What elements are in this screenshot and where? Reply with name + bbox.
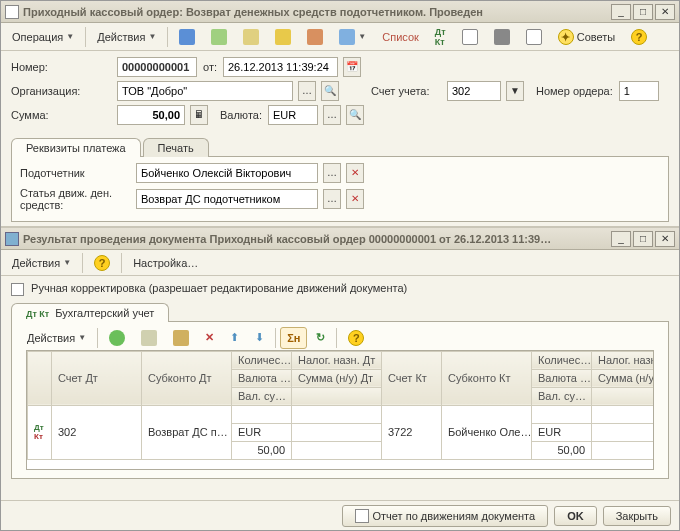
cell-sub-dt: Возврат ДС п… <box>142 405 232 459</box>
chevron-down-icon: ▼ <box>63 258 71 267</box>
main-title: Приходный кассовый ордер: Возврат денежн… <box>23 6 609 18</box>
accperson-select-button[interactable]: … <box>323 163 341 183</box>
tb-icon-7[interactable] <box>455 26 485 48</box>
col-acc-dt: Счет Дт <box>52 351 142 405</box>
date-input[interactable] <box>223 57 338 77</box>
main-toolbar: Операция ▼ Действия ▼ ▼ Список ДтКт ✦ Со… <box>1 23 679 51</box>
grid-refresh-button[interactable]: ↻ <box>309 327 332 349</box>
currency-search-button[interactable]: 🔍 <box>346 105 364 125</box>
sub-help-button[interactable]: ? <box>87 252 117 274</box>
cashflow-select-button[interactable]: … <box>323 189 341 209</box>
tb-icon-6[interactable]: ▼ <box>332 26 373 48</box>
accperson-label: Подотчетник <box>20 167 130 179</box>
col-cur-kt: Валюта … <box>532 369 592 387</box>
ok-button[interactable]: OK <box>554 506 597 526</box>
settings-button[interactable]: Настройка… <box>126 252 205 274</box>
grid-down-button[interactable]: ⬇ <box>248 327 271 349</box>
grid-delete-button[interactable]: ✕ <box>198 327 221 349</box>
grid-up-button[interactable]: ⬆ <box>223 327 246 349</box>
from-label: от: <box>203 61 217 73</box>
separator <box>167 27 168 47</box>
account-input[interactable] <box>447 81 501 101</box>
tb-icon-5[interactable] <box>300 26 330 48</box>
tips-button[interactable]: ✦ Советы <box>551 26 622 48</box>
postings-grid[interactable]: Счет Дт Субконто Дт Количес… Налог. назн… <box>26 350 654 470</box>
tab-print[interactable]: Печать <box>143 138 209 157</box>
currency-select-button[interactable]: … <box>323 105 341 125</box>
tb-icon-3[interactable] <box>236 26 266 48</box>
tb-icon-4[interactable] <box>268 26 298 48</box>
help-button[interactable]: ? <box>624 26 654 48</box>
refresh-icon <box>211 29 227 45</box>
arrow-down-icon: ⬇ <box>255 331 264 344</box>
tb-icon-2[interactable] <box>204 26 234 48</box>
sub-close-button[interactable]: ✕ <box>655 231 675 247</box>
number-input[interactable] <box>117 57 197 77</box>
actions-menu[interactable]: Действия ▼ <box>90 26 163 48</box>
date-picker-button[interactable]: 📅 <box>343 57 361 77</box>
basedon-icon <box>339 29 355 45</box>
save-icon <box>179 29 195 45</box>
copy-icon <box>243 29 259 45</box>
dtkt-icon: ДтКт <box>435 27 446 47</box>
dtkt-icon: Дт Кт <box>26 309 49 319</box>
sum-input[interactable] <box>117 105 185 125</box>
tab-body: Подотчетник … ✕ Статья движ. ден. средст… <box>11 156 669 222</box>
tab-accounting[interactable]: Дт Кт Бухгалтерский учет <box>11 303 169 322</box>
tb-icon-9[interactable] <box>519 26 549 48</box>
close-footer-button[interactable]: Закрыть <box>603 506 671 526</box>
report-movements-button[interactable]: Отчет по движениям документа <box>342 505 549 527</box>
calculator-button[interactable]: 🖩 <box>190 105 208 125</box>
grid-copy-button[interactable] <box>134 327 164 349</box>
grid-sum-button[interactable]: Σн <box>280 327 307 349</box>
accperson-input[interactable] <box>136 163 318 183</box>
sub-title: Результат проведения документа Приходный… <box>23 233 609 245</box>
minimize-button[interactable]: _ <box>611 4 631 20</box>
list-button[interactable]: Список <box>375 26 426 48</box>
org-input[interactable] <box>117 81 293 101</box>
tab-payment-details[interactable]: Реквизиты платежа <box>11 138 141 157</box>
maximize-button[interactable]: □ <box>633 4 653 20</box>
close-button[interactable]: ✕ <box>655 4 675 20</box>
sub-actions-menu[interactable]: Действия ▼ <box>5 252 78 274</box>
cashflow-input[interactable] <box>136 189 318 209</box>
edit-icon <box>173 330 189 346</box>
org-select-button[interactable]: … <box>298 81 316 101</box>
grid-help-button[interactable]: ? <box>341 327 371 349</box>
account-label: Счет учета: <box>371 85 441 97</box>
number-label: Номер: <box>11 61 111 73</box>
doc-icon <box>5 5 19 19</box>
dtkt-button[interactable]: ДтКт <box>428 26 453 48</box>
post-icon <box>275 29 291 45</box>
accperson-clear-button[interactable]: ✕ <box>346 163 364 183</box>
col-cur-dt: Валюта … <box>232 369 292 387</box>
row-marker: ДтКт <box>28 405 52 459</box>
grid-add-button[interactable] <box>102 327 132 349</box>
currency-label: Валюта: <box>220 109 262 121</box>
col-qty-dt: Количес… <box>232 351 292 369</box>
tb-icon-8[interactable] <box>487 26 517 48</box>
sub-maximize-button[interactable]: □ <box>633 231 653 247</box>
operation-menu[interactable]: Операция ▼ <box>5 26 81 48</box>
orderno-input[interactable] <box>619 81 659 101</box>
actions-label: Действия <box>97 31 145 43</box>
table-row[interactable]: ДтКт 302 Возврат ДС п… 3722 Бойченко Оле… <box>28 405 655 423</box>
cashflow-clear-button[interactable]: ✕ <box>346 189 364 209</box>
tb-icon-1[interactable] <box>172 26 202 48</box>
grid-edit-button[interactable] <box>166 327 196 349</box>
col-tax-kt: Налог. назн <box>592 351 655 369</box>
cell-cur-dt: EUR <box>232 423 292 441</box>
cell-cur-kt: EUR <box>532 423 592 441</box>
sigma-icon: Σн <box>287 332 300 344</box>
grid-actions-menu[interactable]: Действия ▼ <box>20 327 93 349</box>
manual-edit-checkbox[interactable] <box>11 283 24 296</box>
manual-edit-label: Ручная корректировка (разрешает редактир… <box>31 282 407 294</box>
sub-minimize-button[interactable]: _ <box>611 231 631 247</box>
account-dropdown-button[interactable]: ▼ <box>506 81 524 101</box>
currency-input[interactable] <box>268 105 318 125</box>
cell-acc-kt: 3722 <box>382 405 442 459</box>
chevron-down-icon: ▼ <box>148 32 156 41</box>
org-search-button[interactable]: 🔍 <box>321 81 339 101</box>
separator <box>85 27 86 47</box>
orderno-label: Номер ордера: <box>536 85 613 97</box>
